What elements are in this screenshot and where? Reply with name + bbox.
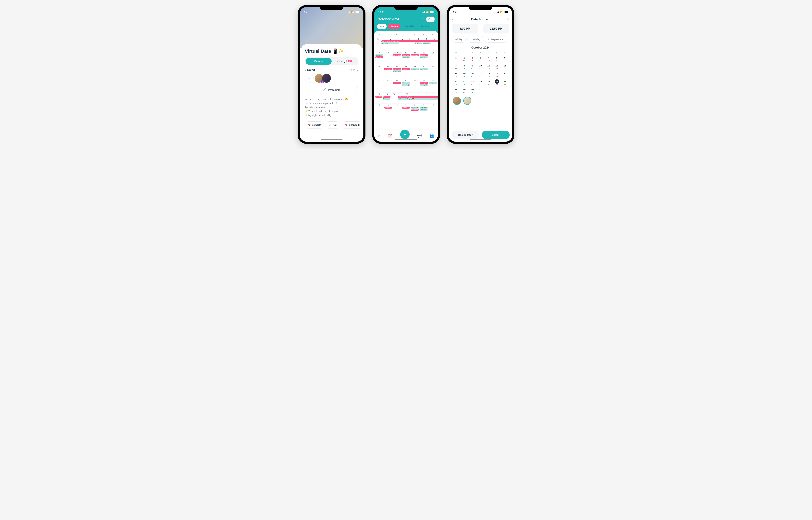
event-chip[interactable]: Phone call x	[393, 68, 401, 70]
prev-month-button[interactable]: ‹	[453, 46, 454, 49]
tab-chat[interactable]: Chat 💬 23	[331, 58, 358, 65]
decide-later-button[interactable]: Decide later	[451, 131, 479, 139]
calendar-day[interactable]: 30	[391, 93, 398, 103]
calendar-day[interactable]: 13	[501, 62, 509, 70]
calendar-day[interactable]: 9	[468, 62, 476, 70]
tab-details[interactable]: Details	[305, 58, 331, 65]
calendar-day[interactable]: 20	[428, 65, 437, 79]
event-chip[interactable]: GALENTIN..	[411, 68, 419, 70]
allday-toggle[interactable]: All day	[452, 36, 466, 43]
calendar-day[interactable]: 14	[375, 65, 384, 79]
event-chip[interactable]: holdiay pr..	[383, 96, 391, 98]
end-time-button[interactable]: 11:59 PM	[484, 24, 509, 33]
friend-filter-pill[interactable]: Arabella	[402, 24, 417, 29]
calendar-day[interactable]: 27cuntry club	[428, 79, 437, 93]
change-time-button[interactable]: 📅Change ti	[342, 122, 362, 129]
event-chip[interactable]: Phone call x	[393, 70, 401, 72]
calendar-day[interactable]: 20	[501, 71, 509, 78]
nav-friends-icon[interactable]: 👥	[429, 134, 434, 138]
back-button[interactable]: ‹	[303, 17, 304, 22]
event-chip[interactable]: Halloween in Hungary 🇭🇺✨	[398, 96, 438, 98]
calendar-day[interactable]: 10	[476, 62, 485, 70]
participant-avatar[interactable]	[453, 97, 461, 105]
event-chip[interactable]: Dance class	[393, 54, 401, 56]
back-button[interactable]: ‹	[452, 18, 453, 21]
calendar-day[interactable]: 18	[485, 71, 493, 78]
calendar-day[interactable]: 26Wig night..Wig night🎉	[419, 79, 428, 93]
friend-filter-pill[interactable]: Kathlee	[433, 24, 435, 29]
event-chip[interactable]: 5 GUYS	[420, 56, 428, 58]
calendar-day[interactable]: 10Virtual dateVirtual date	[402, 51, 411, 65]
friend-filter-pill[interactable]: Emma	[388, 24, 400, 29]
nav-chat-icon[interactable]: 💬	[417, 134, 422, 138]
calendar-day[interactable]: 9Dance class	[393, 51, 402, 65]
poll-button[interactable]: 📊Poll	[326, 122, 340, 129]
next-month-button[interactable]: ›	[507, 46, 508, 49]
participant-avatar[interactable]	[463, 97, 471, 105]
calendar-day[interactable]: 15Be alone.	[384, 65, 392, 79]
nav-calendar-icon[interactable]: 📅	[388, 134, 393, 138]
event-chip[interactable]: Wingstop..	[402, 82, 410, 84]
calendar-day[interactable]: 3Therapy 💕	[405, 37, 414, 51]
event-chip[interactable]: Cinema	[420, 54, 428, 56]
nav-home-icon[interactable]: ⌂	[378, 134, 380, 138]
event-chip[interactable]: Secret 🤫	[375, 96, 382, 98]
calendar-day[interactable]: 26	[493, 78, 501, 86]
event-chip[interactable]: evaluate.	[393, 82, 401, 84]
rsvp-dropdown[interactable]: Going ⌄	[348, 69, 358, 72]
calendar-day[interactable]: 28Secret 🤫	[375, 93, 383, 103]
event-chip[interactable]: drinkiesss	[381, 43, 399, 44]
calendar-day[interactable]: 23evaluate.	[393, 79, 401, 93]
calendar-day[interactable]: 28	[452, 86, 460, 94]
calendar-day[interactable]: 17	[476, 71, 485, 78]
calendar-day[interactable]: 24Wingstop..Therapy 💕	[401, 79, 410, 93]
calendar-day[interactable]: 24	[476, 78, 485, 86]
event-chip[interactable]: planitarijim	[375, 54, 384, 56]
calendar-day[interactable]: 16Phone call xPhone call x	[392, 65, 401, 79]
calendar-day[interactable]: 9Laser tag🔫Dad's bday	[419, 103, 428, 114]
calendar-day[interactable]: 4	[375, 103, 384, 114]
calendar-day[interactable]: 4china tow..👀💕..	[414, 37, 422, 51]
calendar-day[interactable]: 2	[468, 55, 476, 62]
event-chip[interactable]: Facetime	[423, 43, 431, 44]
calendar-day[interactable]: 29	[460, 86, 468, 94]
select-button[interactable]: Select	[482, 131, 510, 139]
calendar-day[interactable]: 6	[501, 55, 509, 62]
event-chip[interactable]: house party	[411, 109, 419, 111]
calendar-day[interactable]: 12	[493, 62, 501, 70]
calendar-day[interactable]: 6	[431, 37, 437, 51]
calendar-day[interactable]: 15	[460, 71, 468, 78]
calendar-day[interactable]: 5Shopping..	[384, 103, 393, 114]
event-chip[interactable]: cuntry club	[428, 82, 437, 84]
set-date-button[interactable]: 📅Set date	[305, 122, 324, 129]
event-chip[interactable]: Virtual date	[402, 56, 410, 58]
calendar-day[interactable]: 7Therapy 💕	[401, 103, 410, 114]
add-event-fab[interactable]: +	[400, 130, 410, 139]
calendar-day[interactable]: 4	[485, 55, 493, 62]
calendar-day[interactable]: 23	[468, 78, 476, 86]
calendar-day[interactable]: 8	[460, 62, 468, 70]
calendar-day[interactable]: 22	[460, 78, 468, 86]
event-chip[interactable]: holiday pr..	[383, 98, 391, 100]
event-chip[interactable]: Therapy 💕	[402, 84, 410, 86]
calendar-day[interactable]: 11	[485, 62, 493, 70]
calendar-day[interactable]: 14	[452, 71, 460, 78]
calendar-day[interactable]: 21	[375, 79, 384, 93]
event-chip[interactable]: Emmas bd..	[411, 54, 419, 56]
event-chip[interactable]: Laser tag🔫	[420, 107, 428, 109]
event-chip[interactable]: GET FIT	[375, 56, 384, 58]
event-chip[interactable]: Therapy 💕	[402, 68, 410, 70]
calendar-day[interactable]: 8DISHOOMhouse party	[410, 103, 419, 114]
add-attendee-button[interactable]: +	[305, 74, 314, 83]
calendar-day[interactable]: 18GALENTIN..	[410, 65, 419, 79]
calendar-day[interactable]: 2	[400, 37, 405, 51]
calendar-day[interactable]: 30	[452, 55, 460, 62]
event-chip[interactable]: Therapy 💕	[402, 107, 410, 109]
friend-filter-pill[interactable]: Jessica	[418, 24, 432, 29]
calendar-day[interactable]: 8	[384, 51, 393, 65]
calendar-day[interactable]: 1Northern lights slay (Iceland)drinkiess…	[381, 37, 400, 51]
multiday-toggle[interactable]: Multi-day	[467, 36, 484, 43]
event-chip[interactable]: Northern lights slay (Iceland)	[381, 41, 438, 42]
calendar-day[interactable]: 11Emmas bd..	[411, 51, 419, 65]
event-chip[interactable]: 👀💕..	[415, 43, 422, 44]
